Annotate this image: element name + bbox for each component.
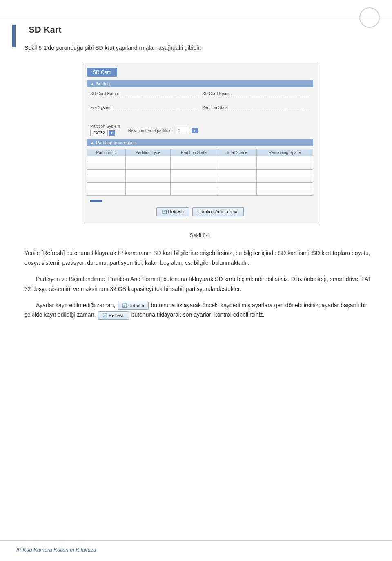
fat32-value: FAT32 [90,130,108,136]
bottom-line-decoration [0,540,392,541]
partition-system-label: Partition System [90,124,120,129]
table-cell [171,189,217,196]
setting-collapse-icon: ▲ [90,82,94,86]
table-cell [87,183,126,189]
table-cell [87,189,126,196]
panel-refresh-button[interactable]: 🔄 Refresh [156,207,189,216]
col-partition-type: Partition Type [125,149,171,156]
table-cell [125,183,171,189]
body-para1: Yenile [Refresh] butonuna tıklayarak IP … [24,248,376,268]
table-row [87,183,313,189]
table-cell [217,163,257,170]
para3-end-text: butonuna tıklayarak son ayarları kontrol… [131,311,265,318]
setting-section-label: Setting [96,81,110,86]
page-title: SD Kart [29,25,376,35]
inline-refresh-button-1[interactable]: 🔄 Refresh [118,302,149,310]
table-cell [171,163,217,170]
inline-refresh-icon-2: 🔄 [102,313,107,317]
table-cell [87,156,126,163]
table-cell [171,170,217,176]
table-cell [217,170,257,176]
table-cell [87,170,126,176]
col-remaining-space: Remaining Space [257,149,313,156]
panel-buttons: 🔄 Refresh Partition And Format [87,205,313,219]
table-cell [125,156,171,163]
partition-state-row: Partition State: [202,105,310,118]
sd-card-panel: SD Card ▲ Setting SD Card Name: SD Card … [82,63,318,224]
sd-card-space-value [202,98,310,104]
col-total-space: Total Space [217,149,257,156]
table-cell [125,170,171,176]
body-para3: Ayarlar kayıt edilmediği zaman, 🔄 Refres… [24,301,376,320]
table-cell [257,156,313,163]
table-row [87,176,313,183]
col-partition-id: Partition ID [87,149,126,156]
file-system-label: File System: [90,105,198,111]
partition-format-button[interactable]: Partition And Format [192,207,244,216]
partition-state-value [202,112,310,118]
table-cell [87,163,126,170]
footer-text: IP Küp Kamera Kullanım Kılavuzu [16,547,96,553]
body-para2: Partisyon ve Biçimlendirme [Partition An… [24,275,376,294]
sd-card-space-label: SD Card Space: [202,92,310,97]
new-partition-input[interactable]: 1 [176,127,188,134]
panel-progress-bar [90,200,102,202]
col-partition-state: Partition State [171,149,217,156]
inline-refresh-label-2: Refresh [109,313,125,318]
para3-start-text: Ayarlar kayıt edilmediği zaman, [36,302,115,308]
partition-info-section-header: ▲ Partition Information [87,139,313,146]
partition-system-group: Partition System FAT32 ▼ [90,124,120,136]
panel-refresh-icon: 🔄 [162,210,167,214]
setting-section-header: ▲ Setting [87,80,313,87]
inline-refresh-button-2[interactable]: 🔄 Refresh [98,311,129,320]
table-cell [87,176,126,183]
table-cell [217,176,257,183]
table-cell [217,183,257,189]
sd-card-tab: SD Card [87,68,117,77]
partition-info-collapse-icon: ▲ [90,141,94,145]
table-cell [257,163,313,170]
partition-state-label: Partition State: [202,105,310,111]
new-partition-label: New number of partition: [128,128,173,133]
page-container: SD Kart Şekil 6-1'de göründüğü gibi SD k… [0,0,392,561]
intro-text: Şekil 6-1'de göründüğü gibi SD kart yapı… [24,43,376,52]
table-cell [125,163,171,170]
table-cell [171,176,217,183]
table-row [87,170,313,176]
file-system-value [90,112,198,118]
sd-card-name-label: SD Card Name: [90,92,198,97]
inline-refresh-icon-1: 🔄 [122,303,127,308]
partition-table: Partition ID Partition Type Partition St… [87,149,313,196]
table-cell [257,176,313,183]
partition-format-label: Partition And Format [198,209,238,214]
table-cell [217,189,257,196]
table-cell [125,176,171,183]
sd-card-name-row: SD Card Name: [90,92,198,104]
sd-card-name-value [90,98,198,104]
top-line-decoration [0,18,392,18]
partition-system-row: Partition System FAT32 ▼ New number of p… [87,123,313,139]
sd-card-space-row: SD Card Space: [202,92,310,104]
table-cell [125,189,171,196]
table-cell [257,189,313,196]
table-cell [217,156,257,163]
partition-info-section-label: Partition Information [96,140,136,145]
table-cell [257,183,313,189]
fat32-select-group[interactable]: FAT32 ▼ [90,130,120,136]
table-row [87,189,313,196]
table-row [87,163,313,170]
new-partition-dropdown-arrow[interactable]: ▼ [192,128,198,133]
left-accent-bar [12,25,16,47]
content-area: SD Kart Şekil 6-1'de göründüğü gibi SD k… [0,0,392,343]
table-row [87,156,313,163]
fat32-dropdown-arrow[interactable]: ▼ [109,130,115,136]
new-partition-group: New number of partition: 1 ▼ [128,127,198,134]
file-system-row: File System: [90,105,198,118]
settings-grid: SD Card Name: SD Card Space: File System… [87,90,313,119]
partition-table-header-row: Partition ID Partition Type Partition St… [87,149,313,156]
table-cell [171,183,217,189]
panel-refresh-label: Refresh [168,209,184,214]
figure-caption: Şekil 6-1 [24,232,376,238]
table-cell [171,156,217,163]
table-cell [257,170,313,176]
